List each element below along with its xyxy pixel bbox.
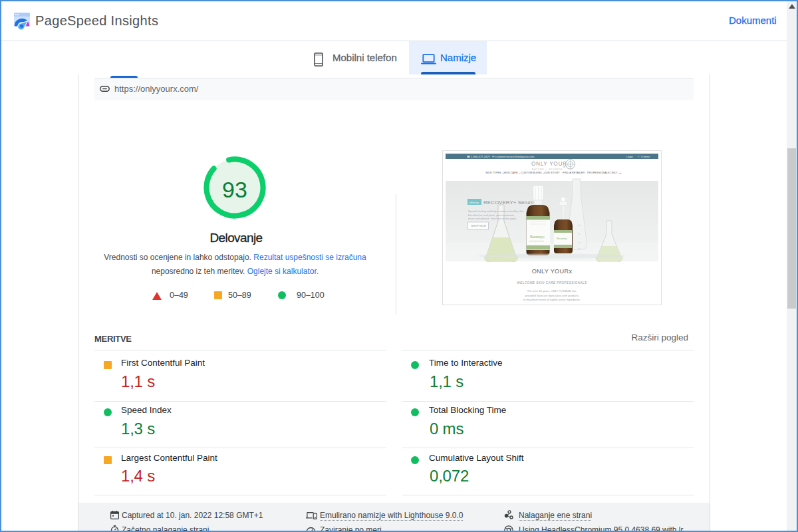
svg-text:SKIN TYPES ⌄: SKIN TYPES ⌄ bbox=[485, 171, 504, 174]
svg-text:CUSTOM BLEND ⌄: CUSTOM BLEND ⌄ bbox=[521, 171, 545, 174]
svg-text:✉ customerservice@onlyyourx.co: ✉ customerservice@onlyyourx.com bbox=[492, 155, 535, 158]
svg-text:Excellent for acid peels, post: Excellent for acid peels, post treatment… bbox=[468, 213, 515, 217]
svg-text:SKIN CARE ⌄: SKIN CARE ⌄ bbox=[503, 171, 521, 174]
svg-text:⌕: ⌕ bbox=[620, 171, 622, 175]
svg-text:FIND A RETAILER: FIND A RETAILER bbox=[563, 171, 585, 174]
svg-text:For over 40 years, ONLY YOURxB: For over 40 years, ONLY YOURxBI has bbox=[527, 289, 576, 293]
svg-text:Speeds healing and helps resto: Speeds healing and helps restore a healt… bbox=[468, 209, 524, 213]
svg-text:OUR STORY: OUR STORY bbox=[544, 171, 560, 174]
svg-text:Recovery+: Recovery+ bbox=[530, 235, 545, 239]
svg-text:SHOP NOW: SHOP NOW bbox=[471, 224, 486, 227]
svg-text:ONLY YOURx: ONLY YOURx bbox=[532, 268, 573, 275]
svg-text:RECOVERY+ Serum: RECOVERY+ Serum bbox=[483, 200, 534, 205]
svg-text:Login: Login bbox=[626, 155, 633, 158]
svg-text:ONLY YOUR: ONLY YOUR bbox=[531, 161, 567, 167]
svg-text:WELCOME SKIN CARE PROFESSIONAL: WELCOME SKIN CARE PROFESSIONALS bbox=[517, 281, 587, 285]
svg-text:x: x bbox=[563, 164, 565, 168]
svg-text:offering: offering bbox=[469, 201, 479, 204]
svg-text:☎ 1-800-677-2629: ☎ 1-800-677-2629 bbox=[467, 155, 490, 158]
svg-text:micro and ablative. Great for: micro and ablative. Great for all skin t… bbox=[468, 217, 517, 220]
svg-text:PROFESSIONALS ONLY ⌄: PROFESSIONALS ONLY ⌄ bbox=[587, 171, 620, 174]
svg-text:of maximum levels of highly ac: of maximum levels of highly active ingre… bbox=[523, 298, 581, 301]
svg-text:🛒 0 items: 🛒 0 items bbox=[637, 155, 650, 158]
svg-text:provided Skincare Specialists: provided Skincare Specialists with produ… bbox=[525, 294, 579, 297]
svg-text:Recovery: Recovery bbox=[557, 237, 567, 240]
